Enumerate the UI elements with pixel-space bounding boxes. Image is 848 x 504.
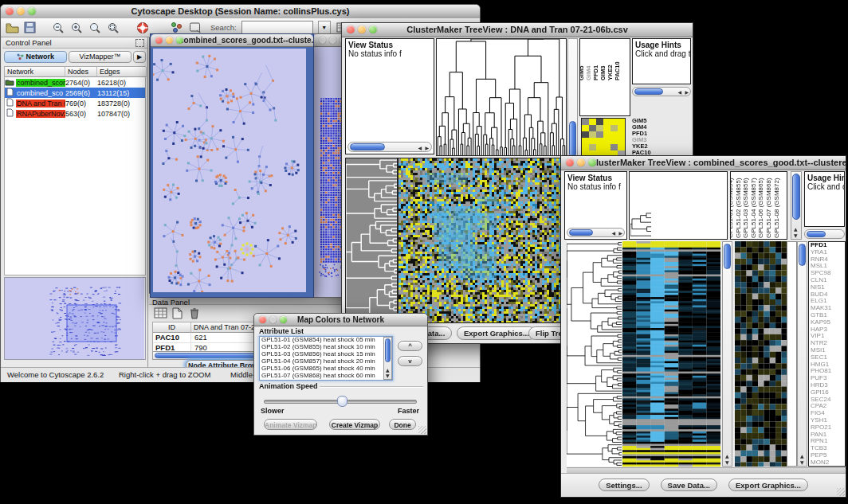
- column-label[interactable]: GIM3: [599, 66, 607, 80]
- tab-overflow-icon[interactable]: ▶: [133, 51, 146, 63]
- usage-hints-hscrollbar[interactable]: [804, 229, 845, 239]
- zoom-fit-icon[interactable]: [88, 21, 102, 34]
- column-label[interactable]: GIM5: [579, 66, 585, 80]
- gene-label[interactable]: MON2: [809, 459, 845, 467]
- similarity-matrix-canvas[interactable]: [581, 118, 626, 158]
- float-panel-icon[interactable]: [135, 39, 144, 47]
- zoom-window-icon[interactable]: [176, 37, 183, 44]
- close-icon[interactable]: [259, 316, 266, 323]
- network-list-row[interactable]: DNA and Tran 07769(0)183728(0): [5, 98, 145, 108]
- close-icon[interactable]: [6, 7, 14, 15]
- heatmap-canvas[interactable]: [398, 158, 565, 323]
- column-label[interactable]: GPL51-08 (GSM872): [773, 178, 780, 238]
- zoom-heatmap-canvas[interactable]: [735, 241, 787, 467]
- minimize-icon[interactable]: [269, 316, 277, 323]
- network-list-row[interactable]: combined_scores2764(0)16218(0): [5, 77, 145, 88]
- column-header-network[interactable]: Network: [5, 67, 65, 77]
- dialog-button-animate-vizmap[interactable]: Animate Vizmap: [264, 419, 317, 430]
- treeview-button-export-graphics---[interactable]: Export Graphics...: [728, 479, 808, 491]
- column-labels-vscrollbar[interactable]: ▲▼: [791, 171, 802, 240]
- network-overview-canvas[interactable]: [5, 278, 144, 359]
- dialog-button-done[interactable]: Done: [389, 419, 416, 430]
- column-label[interactable]: GIM4: [585, 66, 592, 80]
- network-nodes-count: 2764(0): [65, 79, 97, 87]
- treeview-dna-title-bar[interactable]: ClusterMaker TreeView : DNA and Tran 07-…: [342, 23, 693, 37]
- column-dendrogram-canvas[interactable]: [436, 38, 567, 156]
- hscroll-strip[interactable]: [567, 467, 846, 473]
- zoom-out-icon[interactable]: [52, 21, 65, 34]
- usage-hints-title: Usage Hints: [805, 172, 844, 182]
- help-lifesaver-icon[interactable]: [136, 21, 150, 34]
- network-view-canvas[interactable]: [153, 49, 306, 292]
- resize-grip[interactable]: [837, 488, 845, 496]
- minimize-icon[interactable]: [166, 37, 173, 44]
- zoom-window-icon[interactable]: [28, 7, 36, 15]
- network-list-row[interactable]: RNAPuberNov2+563(0)107847(0): [5, 108, 145, 119]
- attribute-list-item[interactable]: GPL51-07 (GSM868) heat shock 60 min: [260, 373, 392, 380]
- zoom-region-icon[interactable]: [107, 21, 120, 34]
- gene-list-vscrollbar[interactable]: ▲▼: [797, 241, 807, 467]
- column-labels-panel: GIM5GIM4PFD1GIM3YKE2PAC10: [579, 38, 630, 116]
- column-label[interactable]: GPL51-04 (GSM857): [750, 178, 757, 238]
- column-label[interactable]: GPL51-06 (GSM865): [757, 178, 764, 238]
- main-title-bar[interactable]: Cytoscape Desktop (Session Name: collins…: [1, 5, 480, 19]
- delete-attribute-icon[interactable]: [189, 307, 202, 320]
- resize-grip[interactable]: [418, 426, 426, 434]
- save-icon[interactable]: [24, 21, 37, 34]
- annotation-icon[interactable]: [189, 21, 202, 34]
- zoom-window-icon[interactable]: [280, 316, 287, 323]
- treeview-combined-title-bar[interactable]: ClusterMaker TreeView : combined_scores_…: [561, 156, 846, 170]
- minimize-icon[interactable]: [17, 7, 25, 15]
- new-attribute-icon[interactable]: [171, 307, 185, 320]
- heatmap-vscrollbar[interactable]: ▲▼: [722, 241, 732, 467]
- data-column-id[interactable]: ID: [153, 322, 191, 333]
- dialog-title-bar[interactable]: Map Colors to Network: [254, 314, 427, 326]
- close-icon[interactable]: [566, 158, 574, 166]
- row-dendrogram-canvas[interactable]: [345, 158, 398, 323]
- network-list-row[interactable]: combined_sco2569(6)13112(15): [5, 88, 145, 98]
- zoom-window-icon[interactable]: [588, 158, 596, 166]
- speed-slider[interactable]: [264, 396, 417, 405]
- close-icon[interactable]: [347, 25, 355, 33]
- move-up-button[interactable]: ^: [398, 341, 422, 351]
- vizmapper-icon[interactable]: [171, 21, 184, 34]
- column-label[interactable]: PAC10: [614, 61, 621, 80]
- minimize-icon[interactable]: [577, 158, 585, 166]
- attribute-list-vscrollbar[interactable]: ▲▼: [383, 337, 392, 380]
- column-label[interactable]: GPL51-03 (GSM856): [742, 178, 749, 238]
- network-list-empty-area[interactable]: [5, 119, 145, 275]
- usage-hints-hscrollbar[interactable]: ◀▶: [632, 87, 691, 96]
- column-label[interactable]: GPL51-02 (GSM855): [735, 178, 742, 238]
- tab-network[interactable]: Network: [4, 51, 67, 63]
- minimize-icon[interactable]: [329, 37, 336, 44]
- view-status-hscrollbar[interactable]: ◀▶: [347, 142, 432, 152]
- column-dendrogram-panel[interactable]: [629, 171, 728, 240]
- open-folder-icon[interactable]: [6, 21, 19, 34]
- network-view-title-bar[interactable]: combined_scores_good.txt--cluste...: [151, 34, 313, 47]
- treeview-button-settings---[interactable]: Settings...: [599, 479, 649, 491]
- attribute-table-icon[interactable]: [154, 307, 167, 320]
- search-input[interactable]: [241, 21, 313, 35]
- column-label[interactable]: GPL51-01 (GSM854): [730, 178, 734, 238]
- heatmap-canvas[interactable]: [622, 241, 720, 467]
- slider-thumb[interactable]: [337, 396, 347, 407]
- close-icon[interactable]: [319, 37, 326, 44]
- zoom-in-icon[interactable]: [70, 21, 84, 34]
- search-dropdown-icon[interactable]: ▼: [318, 21, 331, 35]
- view-status-hscrollbar[interactable]: ◀▶: [567, 228, 625, 237]
- minimize-icon[interactable]: [358, 25, 366, 33]
- column-label[interactable]: GPL51-07 (GSM868): [765, 178, 772, 238]
- column-header-edges[interactable]: Edges: [97, 67, 147, 77]
- usage-hints-text: Click and drag to: [633, 49, 690, 58]
- column-label[interactable]: PFD1: [592, 65, 599, 80]
- treeview-button-save-data---[interactable]: Save Data...: [661, 479, 717, 491]
- treeview-button-export-graphics---[interactable]: Export Graphics...: [457, 326, 536, 340]
- move-down-button[interactable]: v: [398, 356, 422, 366]
- zoom-window-icon[interactable]: [369, 25, 377, 33]
- tab-vizmapper[interactable]: VizMapper™: [69, 51, 132, 63]
- row-dendrogram-canvas[interactable]: [567, 241, 622, 467]
- close-icon[interactable]: [155, 37, 163, 44]
- dialog-button-create-vizmap[interactable]: Create Vizmap: [329, 419, 380, 430]
- column-header-nodes[interactable]: Nodes: [65, 67, 97, 77]
- column-label[interactable]: YKE2: [607, 64, 614, 80]
